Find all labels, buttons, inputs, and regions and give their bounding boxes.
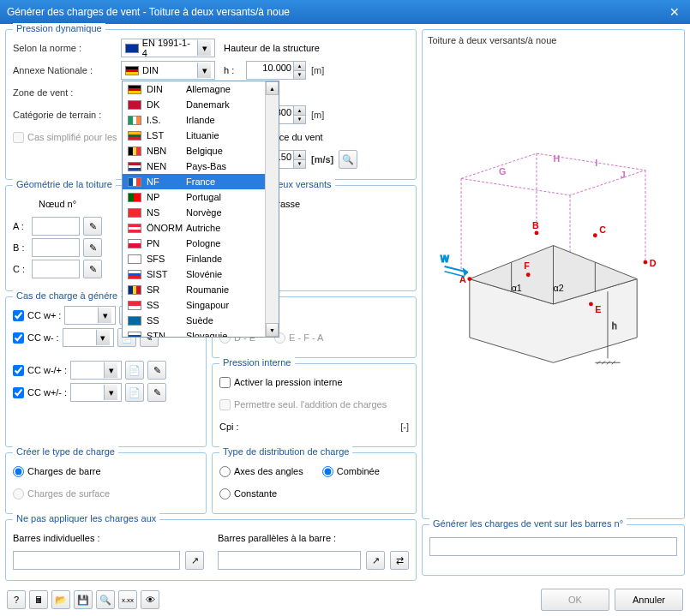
diag-D: D (650, 258, 657, 268)
annex-option-ss[interactable]: SSSuède (123, 313, 279, 328)
close-button[interactable]: ✕ (666, 3, 683, 21)
annex-country: Danemark (186, 99, 230, 110)
svg-point-10 (643, 260, 647, 265)
efa-label: E - F - A (289, 332, 323, 343)
cc-wp-select[interactable]: ▾ (64, 306, 116, 325)
alt-unit: [m] (311, 110, 324, 120)
annex-option-nf[interactable]: NFFrance (123, 174, 279, 189)
comb-label: Combinée (337, 466, 380, 476)
dropdown-scrollbar[interactable]: ▲ ▼ (265, 81, 279, 337)
norm-label: Selon la norme : (13, 43, 116, 53)
comb-radio[interactable] (322, 466, 333, 477)
ok-button: OK (541, 589, 609, 611)
gen-input[interactable] (429, 537, 677, 556)
se-flag-icon (128, 316, 141, 326)
cc-wpm-check[interactable] (13, 387, 24, 398)
annex-option-sfs[interactable]: SFSFinlande (123, 251, 279, 266)
cc-wpm-new[interactable]: 📄 (125, 383, 144, 402)
cc-wpm-edit[interactable]: ✎ (147, 383, 166, 402)
pick-a-button[interactable]: ✎ (83, 217, 102, 236)
scroll-up-icon[interactable]: ▲ (266, 81, 279, 95)
pt-flag-icon (128, 193, 141, 202)
pick-par-button[interactable]: ↗ (366, 551, 385, 570)
annex-option-nen[interactable]: NENPays-Bas (123, 158, 279, 174)
cc-wp-check[interactable] (13, 310, 24, 321)
cc-wmp-edit[interactable]: ✎ (147, 361, 166, 380)
norm-value: EN 1991-1-4 (142, 38, 195, 58)
cancel-button[interactable]: Annuler (615, 589, 683, 611)
cc-wpm-label: CC w+/- : (27, 387, 67, 398)
ro-flag-icon (128, 285, 141, 295)
cc-wmp-new[interactable]: 📄 (125, 361, 144, 380)
open-button[interactable]: 📂 (51, 590, 70, 609)
node-b-input[interactable] (32, 238, 80, 257)
cc-wpm-select[interactable]: ▾ (70, 383, 122, 402)
annex-option-din[interactable]: DINAllemagne (123, 81, 279, 97)
annex-option-np[interactable]: NPPortugal (123, 189, 279, 205)
group-title-cas: Cas de charge à génére (13, 290, 121, 301)
annex-option-dk[interactable]: DKDanemark (123, 97, 279, 112)
pick-ind-button[interactable]: ↗ (185, 551, 204, 570)
ind-input[interactable] (13, 551, 180, 570)
annex-option-lst[interactable]: LSTLituanie (123, 128, 279, 143)
roof-diagram: A B C D E F G H I J W (428, 49, 679, 409)
alt-spinner[interactable]: ▲▼ (293, 106, 305, 123)
diag-W: W (441, 254, 450, 264)
xxx-button[interactable]: x.xx (118, 590, 137, 609)
search-icon[interactable]: 🔍 (339, 150, 357, 169)
bar-radio[interactable] (13, 466, 24, 477)
annex-country: Autriche (186, 223, 220, 233)
eye-button[interactable]: 👁 (141, 590, 159, 609)
apply-title: Ne pas appliquer les charges aux (13, 513, 159, 523)
pl-flag-icon (128, 239, 141, 248)
diag-h: h (612, 320, 617, 331)
scroll-down-icon[interactable]: ▼ (266, 323, 279, 337)
annex-option-önorm[interactable]: ÖNORMAutriche (123, 220, 279, 236)
axes-radio[interactable] (219, 466, 231, 477)
search-button[interactable]: 🔍 (96, 590, 115, 609)
annex-option-sr[interactable]: SRRoumanie (123, 282, 279, 297)
norm-select[interactable]: EN 1991-1-4 ▾ (121, 39, 215, 57)
annex-country: Allemagne (186, 84, 231, 94)
annex-country: Lituanie (186, 130, 219, 141)
annex-option-stn[interactable]: STNSlovaquie (123, 328, 279, 338)
node-c-label: C : (13, 264, 28, 274)
h-spinner[interactable]: ▲▼ (293, 62, 305, 79)
annex-dropdown-list[interactable]: DINAllemagneDKDanemarkI.S.IrlandeLSTLitu… (122, 81, 279, 338)
group-title-pression: Pression dynamique (13, 23, 105, 33)
activate-pint-label: Activer la pression interne (234, 377, 343, 387)
diag-J: J (621, 170, 626, 180)
permit-label: Permettre seul. l'addition de charges (234, 399, 387, 410)
annex-option-pn[interactable]: PNPologne (123, 236, 279, 251)
annex-option-ss[interactable]: SSSingapour (123, 297, 279, 313)
annex-option-ns[interactable]: NSNorvège (123, 205, 279, 220)
calc-button[interactable]: 🖩 (29, 590, 48, 609)
par-extra-button[interactable]: ⇄ (390, 551, 409, 570)
cc-wmp-check[interactable] (13, 365, 24, 376)
cc-wm-check[interactable] (13, 332, 24, 344)
pick-c-button[interactable]: ✎ (83, 260, 102, 278)
help-button[interactable]: ? (7, 590, 26, 609)
node-a-input[interactable] (32, 217, 80, 236)
node-b-label: B : (13, 242, 28, 253)
diag-C: C (599, 224, 606, 235)
diag-a1: α1 (512, 283, 522, 293)
h-input[interactable]: 10.000 ▲▼ (246, 61, 306, 80)
cc-wm-select[interactable]: ▾ (63, 328, 114, 347)
activate-pint-check[interactable] (219, 377, 231, 388)
simplified-check-input[interactable] (13, 132, 24, 143)
save-button[interactable]: 💾 (74, 590, 93, 609)
title-bar: Générer des charges de vent - Toiture à … (0, 0, 690, 24)
annex-option-sist[interactable]: SISTSlovénie (123, 266, 279, 282)
svg-point-8 (535, 230, 539, 235)
const-radio[interactable] (219, 488, 231, 499)
par-input[interactable] (218, 551, 361, 570)
sk-flag-icon (128, 332, 141, 338)
annex-option-i.s.[interactable]: I.S.Irlande (123, 112, 279, 128)
cc-wmp-select[interactable]: ▾ (70, 361, 122, 380)
pick-b-button[interactable]: ✎ (83, 238, 102, 257)
vref-spinner[interactable]: ▲▼ (293, 151, 305, 168)
annex-select[interactable]: DIN ▾ DINAllemagneDKDanemarkI.S.IrlandeL… (121, 61, 215, 80)
annex-option-nbn[interactable]: NBNBelgique (123, 143, 279, 158)
node-c-input[interactable] (32, 260, 80, 278)
